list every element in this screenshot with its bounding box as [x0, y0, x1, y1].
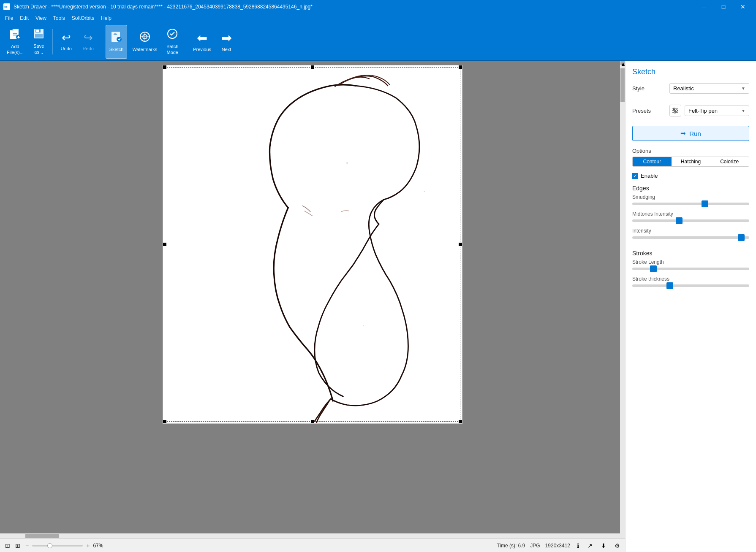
intensity-item: Intensity	[632, 228, 749, 239]
enable-row: ✓ Enable	[625, 171, 756, 183]
handle-ml[interactable]	[163, 243, 166, 246]
panel-title: Sketch	[625, 61, 756, 80]
toolbar: Add File(s)... Save as... ↩ Undo ↪ Redo …	[0, 23, 756, 61]
next-icon: ➡	[221, 30, 232, 45]
menu-tools[interactable]: Tools	[50, 14, 68, 22]
style-row: Style Realistic ▼	[632, 83, 749, 94]
zoom-slider[interactable]	[32, 545, 83, 547]
previous-button[interactable]: ⬅ Previous	[190, 25, 215, 59]
menu-softorbits[interactable]: SoftOrbits	[68, 14, 98, 22]
smudging-item: Smudging	[632, 194, 749, 205]
vertical-scrollbar[interactable]: ▲	[620, 61, 625, 538]
stroke-length-label: Stroke Length	[632, 259, 749, 265]
intensity-slider[interactable]	[632, 236, 749, 239]
run-label: Run	[689, 130, 701, 137]
tab-contour[interactable]: Contour	[633, 157, 672, 166]
svg-point-16	[117, 37, 122, 42]
menu-view[interactable]: View	[32, 14, 50, 22]
minimize-button[interactable]: ─	[694, 0, 714, 14]
watermarks-label: Watermarks	[132, 47, 157, 52]
intensity-thumb[interactable]	[738, 234, 745, 241]
stroke-thickness-slider[interactable]	[632, 284, 749, 287]
undo-icon: ↩	[62, 31, 71, 44]
options-label: Options	[625, 146, 756, 157]
zoom-slider-thumb[interactable]	[47, 543, 52, 548]
midtones-label: Midtones Intensity	[632, 211, 749, 217]
previous-icon: ⬅	[197, 30, 207, 45]
tab-colorize[interactable]: Colorize	[710, 157, 749, 166]
window-title: Sketch Drawer - ****Unregistered version…	[14, 4, 313, 10]
next-label: Next	[222, 47, 231, 52]
handle-tr[interactable]	[459, 65, 462, 69]
format-value: JPG	[530, 543, 540, 549]
stroke-length-thumb[interactable]	[650, 265, 657, 272]
handle-tl[interactable]	[163, 65, 166, 69]
edges-title: Edges	[632, 185, 749, 192]
handle-tc[interactable]	[311, 65, 314, 69]
intensity-label: Intensity	[632, 228, 749, 234]
run-button[interactable]: ➡ Run	[632, 126, 749, 141]
previous-label: Previous	[193, 47, 211, 52]
scrollbar-thumb[interactable]	[620, 68, 625, 102]
save-icon	[33, 28, 44, 42]
next-button[interactable]: ➡ Next	[216, 25, 237, 59]
options-tabs: Contour Hatching Colorize	[632, 157, 749, 167]
title-bar: ✏ Sketch Drawer - ****Unregistered versi…	[0, 0, 756, 14]
save-button[interactable]: Save as...	[29, 25, 49, 59]
app-icon: ✏	[3, 3, 10, 10]
settings-button[interactable]: ⚙	[613, 541, 622, 550]
menu-edit[interactable]: Edit	[16, 14, 32, 22]
scrollbar-up[interactable]: ▲	[620, 61, 625, 65]
maximize-button[interactable]: □	[714, 0, 733, 14]
menu-file[interactable]: File	[2, 14, 16, 22]
svg-point-28	[673, 108, 675, 110]
zoom-out-button[interactable]: −	[24, 541, 30, 550]
smudging-slider[interactable]	[632, 203, 749, 205]
svg-point-30	[676, 110, 677, 111]
close-button[interactable]: ✕	[733, 0, 753, 14]
presets-select[interactable]: Felt-Tip pen ▼	[685, 106, 749, 116]
download-button[interactable]: ⬇	[599, 541, 608, 550]
handle-mr[interactable]	[459, 243, 462, 246]
zoom-controls: ⊡ ⊞ − + 67%	[3, 541, 103, 550]
menu-help[interactable]: Help	[98, 14, 115, 22]
smudging-thumb[interactable]	[702, 200, 708, 207]
zoom-actual-button[interactable]: ⊞	[14, 541, 22, 550]
zoom-in-button[interactable]: +	[84, 541, 91, 550]
toolbar-sep-1	[52, 29, 53, 54]
style-select[interactable]: Realistic ▼	[669, 83, 749, 94]
info-button[interactable]: ℹ	[575, 541, 581, 550]
stroke-thickness-item: Stroke thickness	[632, 276, 749, 287]
presets-section: Presets Felt-Tip pen ▼	[625, 101, 756, 124]
strokes-section: Strokes Stroke Length Stroke thickness	[625, 248, 756, 295]
canvas-content	[163, 65, 462, 424]
handle-bc[interactable]	[311, 420, 314, 423]
sketch-button[interactable]: Sketch	[106, 25, 128, 59]
canvas-scroll[interactable]	[0, 61, 625, 538]
sketch-drawing	[163, 65, 462, 423]
zoom-fit-button[interactable]: ⊡	[3, 541, 12, 550]
presets-icon-btn[interactable]	[669, 105, 681, 116]
handle-br[interactable]	[459, 420, 462, 423]
tab-hatching[interactable]: Hatching	[672, 157, 710, 166]
watermarks-button[interactable]: Watermarks	[129, 25, 160, 59]
redo-button[interactable]: ↪ Redo	[78, 25, 98, 59]
handle-bl[interactable]	[163, 420, 166, 423]
window-controls: ─ □ ✕	[694, 0, 753, 14]
enable-checkbox[interactable]: ✓	[632, 173, 638, 179]
batch-mode-button[interactable]: Batch Mode	[162, 25, 182, 59]
midtones-slider[interactable]	[632, 219, 749, 222]
save-label: Save as...	[33, 43, 44, 54]
main-area: ▲ ⊡ ⊞ − + 67% Time (s): 6.9	[0, 61, 756, 552]
style-label: Style	[632, 85, 666, 92]
run-arrow: ➡	[680, 130, 686, 137]
horizontal-scrollbar[interactable]	[0, 533, 620, 538]
sketch-label: Sketch	[109, 47, 124, 52]
add-files-button[interactable]: Add File(s)...	[3, 25, 27, 59]
stroke-length-slider[interactable]	[632, 268, 749, 270]
stroke-thickness-thumb[interactable]	[666, 282, 673, 289]
midtones-thumb[interactable]	[676, 217, 683, 224]
undo-button[interactable]: ↩ Undo	[56, 25, 76, 59]
share-button[interactable]: ↗	[586, 541, 594, 550]
h-scrollbar-thumb[interactable]	[25, 534, 59, 538]
